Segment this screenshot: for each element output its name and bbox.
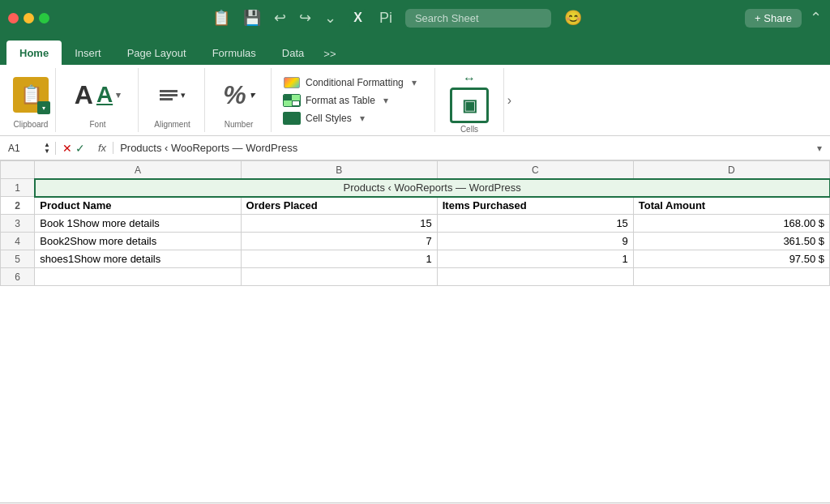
collapse-icon[interactable]: ⌃ <box>810 9 822 27</box>
tab-home[interactable]: Home <box>6 41 62 65</box>
more-icon[interactable]: ⌄ <box>324 9 336 27</box>
cell-b2[interactable]: Orders Placed <box>241 197 437 215</box>
cell-a5[interactable]: shoes1Show more details <box>35 250 241 268</box>
ribbon-group-alignment: ▾ Alignment <box>140 68 205 132</box>
format-as-table-label: Format as Table <box>306 95 375 106</box>
cell-ref-value: A1 <box>8 143 20 154</box>
cell-d5[interactable]: 97.50 $ <box>633 250 829 268</box>
redo-icon[interactable]: ↪ <box>299 9 311 27</box>
cell-d2[interactable]: Total Amount <box>633 197 829 215</box>
cell-b6[interactable] <box>241 268 437 286</box>
cell-c4[interactable]: 9 <box>437 233 633 250</box>
cell-d6[interactable] <box>633 268 829 286</box>
ribbon-group-clipboard: 📋 ▾ Clipboard <box>6 68 56 132</box>
row-header-4: 4 <box>1 233 35 250</box>
ribbon-expander[interactable]: › <box>503 68 515 132</box>
minimize-button[interactable] <box>24 13 34 23</box>
cell-c3[interactable]: 15 <box>437 215 633 233</box>
number-label: Number <box>225 120 254 129</box>
cell-c5[interactable]: 1 <box>437 250 633 268</box>
merged-title-cell[interactable]: Products ‹ WooReports — WordPress <box>35 179 830 197</box>
excel-logo: X <box>349 9 366 27</box>
cells-box-icon: ▣ <box>462 96 477 115</box>
title-bar: 📋 💾 ↩ ↪ ⌄ X Pi 😊 + Share ⌃ <box>0 0 830 36</box>
tab-formulas[interactable]: Formulas <box>199 41 269 65</box>
formula-input[interactable]: Products ‹ WooReports — WordPress <box>113 142 812 154</box>
format-as-table-icon <box>283 94 301 107</box>
number-content: % ▾ <box>223 71 254 118</box>
confirm-formula-btn[interactable]: ✓ <box>75 142 85 155</box>
share-button[interactable]: + Share <box>745 9 802 28</box>
col-header-b[interactable]: B <box>241 161 437 179</box>
ribbon: 📋 ▾ Clipboard AA ▾ Font ▾ <box>0 65 830 136</box>
cells-icons: ↔ ▣ <box>450 71 489 123</box>
maximize-button[interactable] <box>39 13 49 23</box>
col-headers-row: A B C D <box>1 161 830 179</box>
cell-reference: A1 ▲ ▼ <box>3 142 56 155</box>
fx-label: fx <box>92 142 113 154</box>
cells-content: ↔ ▣ <box>450 71 489 123</box>
conditional-formatting-btn[interactable]: Conditional Formatting ▾ <box>280 75 428 91</box>
main-content: A1 ▲ ▼ ✕ ✓ fx Products ‹ WooReports — Wo… <box>0 136 830 504</box>
conditional-formatting-label: Conditional Formatting <box>306 77 404 88</box>
formula-bar-buttons: ✕ ✓ <box>56 142 92 155</box>
table-row: 3 Book 1Show more details 15 15 168.00 $ <box>1 215 830 233</box>
cell-styles-icon <box>283 112 301 125</box>
tab-page-layout[interactable]: Page Layout <box>114 41 199 65</box>
ribbon-tabs: Home Insert Page Layout Formulas Data >> <box>0 36 830 65</box>
save-icon[interactable]: 💾 <box>243 9 261 27</box>
cell-b4[interactable]: 7 <box>241 233 437 250</box>
close-button[interactable] <box>8 13 19 23</box>
cell-b3[interactable]: 15 <box>241 215 437 233</box>
tab-insert[interactable]: Insert <box>62 41 114 65</box>
cell-a4[interactable]: Book2Show more details <box>35 233 241 250</box>
row-header-5: 5 <box>1 250 35 268</box>
number-icon: % ▾ <box>223 80 254 110</box>
conditional-formatting-icon <box>283 76 301 89</box>
cells-main-icon[interactable]: ▣ <box>450 88 489 123</box>
cell-a2[interactable]: Product Name <box>35 197 241 215</box>
emoji-icon[interactable]: 😊 <box>564 9 582 27</box>
spreadsheet: A B C D 1 Products ‹ WooReports — WordPr… <box>0 160 830 286</box>
conditional-formatting-arrow: ▾ <box>412 77 417 88</box>
clipboard-icon-wrapper[interactable]: 📋 ▾ <box>13 77 49 113</box>
font-content: AA ▾ <box>75 71 121 118</box>
notebook-icon: 📋 <box>212 9 230 27</box>
cell-a6[interactable] <box>35 268 241 286</box>
search-input[interactable] <box>405 9 551 28</box>
font-label: Font <box>89 120 105 129</box>
traffic-lights <box>8 13 49 23</box>
expand-arrows-icon: ↔ <box>463 71 476 86</box>
ribbon-group-number: % ▾ Number <box>207 68 272 132</box>
cell-d4[interactable]: 361.50 $ <box>633 233 829 250</box>
undo-icon[interactable]: ↩ <box>274 9 286 27</box>
cell-styles-btn[interactable]: Cell Styles ▾ <box>280 110 428 126</box>
alignment-icon: ▾ <box>160 90 186 100</box>
corner-cell <box>1 161 35 179</box>
table-row: 4 Book2Show more details 7 9 361.50 $ <box>1 233 830 250</box>
col-header-a[interactable]: A <box>35 161 241 179</box>
formula-dropdown[interactable]: ▾ <box>812 143 827 154</box>
col-header-c[interactable]: C <box>437 161 633 179</box>
cell-a3[interactable]: Book 1Show more details <box>35 215 241 233</box>
table-row: 2 Product Name Orders Placed Items Purch… <box>1 197 830 215</box>
table-row: 1 Products ‹ WooReports — WordPress <box>1 179 830 197</box>
title-bar-center: 📋 💾 ↩ ↪ ⌄ X Pi 😊 <box>56 9 738 28</box>
cells-arrows-row: ↔ <box>463 71 476 86</box>
format-as-table-arrow: ▾ <box>383 95 388 106</box>
cancel-formula-btn[interactable]: ✕ <box>62 142 72 155</box>
clipboard-badge: ▾ <box>37 101 50 114</box>
tab-data[interactable]: Data <box>269 41 317 65</box>
clipboard-label: Clipboard <box>14 120 49 129</box>
ribbon-group-cells: ↔ ▣ Cells <box>437 68 502 132</box>
cell-d3[interactable]: 168.00 $ <box>633 215 829 233</box>
cell-c2[interactable]: Items Purchased <box>437 197 633 215</box>
title-bar-right: + Share ⌃ <box>745 9 822 28</box>
col-header-d[interactable]: D <box>633 161 829 179</box>
cell-c6[interactable] <box>437 268 633 286</box>
tab-more[interactable]: >> <box>317 43 342 65</box>
cell-b5[interactable]: 1 <box>241 250 437 268</box>
row-header-1: 1 <box>1 179 35 197</box>
format-as-table-btn[interactable]: Format as Table ▾ <box>280 92 428 109</box>
clipboard-content: 📋 ▾ <box>13 71 49 118</box>
